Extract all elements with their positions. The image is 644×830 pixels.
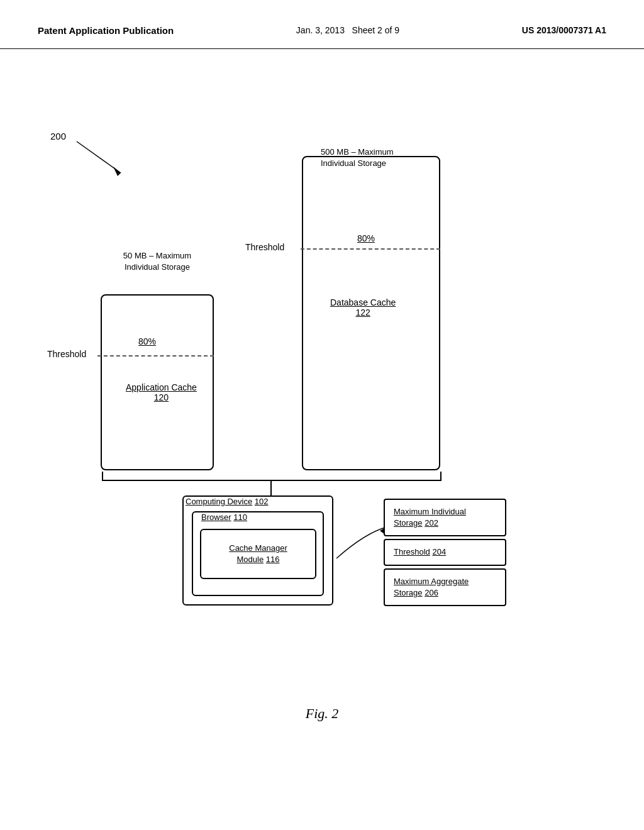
computing-device-text: Computing Device <box>186 497 252 506</box>
cache-manager-label: Cache Manager Module 116 <box>229 543 287 565</box>
app-max-label2: Individual Storage <box>125 262 190 272</box>
page-header: Patent Application Publication Jan. 3, 2… <box>0 0 644 49</box>
max-individual-text: Maximum Individual <box>394 507 466 516</box>
computing-device-ref: 102 <box>255 497 269 506</box>
cache-manager-ref: 116 <box>266 555 280 564</box>
db-pct-text: 80% <box>357 233 375 243</box>
header-right: US 2013/0007371 A1 <box>522 25 606 35</box>
app-pct-text: 80% <box>138 336 156 346</box>
max-aggregate-text2: Storage <box>394 588 423 597</box>
diagram-area: 200 50 MB – Maximum Individual Storage T… <box>0 49 644 772</box>
db-threshold-text: Threshold <box>245 242 284 252</box>
cache-manager-text: Cache Manager <box>229 543 287 553</box>
browser-text: Browser <box>201 512 231 522</box>
max-aggregate-ref: 206 <box>425 588 438 597</box>
app-threshold-pct: 80% <box>138 336 156 346</box>
db-max-label2: Individual Storage <box>321 158 386 168</box>
db-cache-max-label: 500 MB – Maximum Individual Storage <box>321 147 447 169</box>
app-cache-name: Application Cache 120 <box>126 382 197 402</box>
arrow-200 <box>70 135 184 185</box>
pub-date: Jan. 3, 2013 <box>296 25 345 35</box>
fig-caption-text: Fig. 2 <box>306 706 339 721</box>
app-cache-name-text: Application Cache <box>126 382 197 392</box>
db-cache-name-text: Database Cache <box>330 297 396 307</box>
bracket-right-vert <box>440 472 441 480</box>
app-threshold-line <box>97 355 214 357</box>
ref-200-text: 200 <box>50 131 66 141</box>
svg-marker-1 <box>113 167 121 176</box>
threshold-right-box: Threshold 204 <box>384 539 506 565</box>
db-threshold-label: Threshold <box>245 242 284 252</box>
db-threshold-pct: 80% <box>357 233 375 243</box>
app-cache-ref: 120 <box>126 392 197 402</box>
db-threshold-line <box>301 248 440 250</box>
cache-manager-box: Cache Manager Module 116 <box>200 529 316 579</box>
ref-200-label: 200 <box>50 131 66 141</box>
max-individual-box: Maximum Individual Storage 202 <box>384 499 506 536</box>
app-max-label1: 50 MB – Maximum <box>123 251 191 260</box>
db-max-label1: 500 MB – Maximum <box>321 147 394 157</box>
db-cache-ref: 122 <box>330 307 396 318</box>
header-left: Patent Application Publication <box>38 25 174 36</box>
computing-device-label: Computing Device 102 <box>186 497 269 506</box>
bracket-left-vert <box>102 472 103 480</box>
cache-manager-text2: Module <box>237 555 264 564</box>
browser-ref: 110 <box>233 512 247 522</box>
db-cache-name: Database Cache 122 <box>330 297 396 318</box>
connect-svg <box>333 508 390 571</box>
publication-title: Patent Application Publication <box>38 25 174 36</box>
patent-number: US 2013/0007371 A1 <box>522 25 606 35</box>
max-individual-text2: Storage <box>394 518 423 528</box>
bracket-line <box>102 480 441 481</box>
max-individual-ref: 202 <box>425 518 438 528</box>
header-center: Jan. 3, 2013 Sheet 2 of 9 <box>296 25 399 35</box>
fig-caption: Fig. 2 <box>306 706 339 722</box>
browser-label: Browser 110 <box>201 512 247 522</box>
bracket-mid-vert <box>270 480 272 495</box>
sheet-info: Sheet 2 of 9 <box>352 25 400 35</box>
app-threshold-label: Threshold <box>47 349 86 359</box>
max-aggregate-box: Maximum Aggregate Storage 206 <box>384 568 506 606</box>
threshold-right-ref: 204 <box>432 547 446 556</box>
threshold-right-text: Threshold <box>394 547 430 556</box>
max-aggregate-text: Maximum Aggregate <box>394 577 469 586</box>
right-panel: Maximum Individual Storage 202 Threshold… <box>384 499 506 606</box>
app-threshold-text: Threshold <box>47 349 86 359</box>
app-cache-max-label: 50 MB – Maximum Individual Storage <box>94 250 220 273</box>
